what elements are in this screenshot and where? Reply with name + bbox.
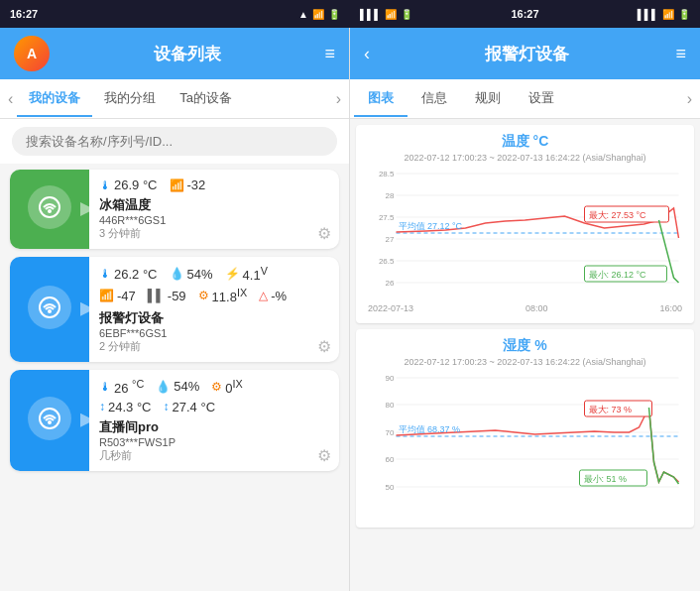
avatar: A <box>14 36 50 71</box>
location-icon: ▲ <box>298 9 308 20</box>
device-settings-2[interactable]: ⚙ <box>309 257 339 362</box>
metric-hum-value-2: 54% <box>187 267 213 282</box>
svg-text:26.5: 26.5 <box>379 257 395 266</box>
svg-text:26: 26 <box>386 279 395 288</box>
device-id-3: R503***FWS1P <box>99 436 299 448</box>
device-time-1: 3 分钟前 <box>99 226 299 241</box>
chart-title-hum: 湿度 % <box>366 337 684 355</box>
hamburger-icon-left[interactable]: ≡ <box>324 44 335 64</box>
right-panel: ‹ 报警灯设备 ≡ 图表 信息 规则 设置 › 温度 °C 2022-07-12… <box>350 28 700 591</box>
metric-gear-2: ⚙ 11.8IX <box>198 287 248 304</box>
tab-info[interactable]: 信息 <box>408 81 461 117</box>
device-name-2: 报警灯设备 <box>99 309 299 327</box>
search-input[interactable] <box>12 127 337 156</box>
metric-temp-value-1: 26.9 °C <box>114 177 158 192</box>
chart-subtitle-hum: 2022-07-12 17:00:23 ~ 2022-07-13 16:24:2… <box>366 357 684 367</box>
gear-icon-2: ⚙ <box>198 289 209 302</box>
metric-alert-2: △ -% <box>259 287 287 304</box>
metric-rssi-value-2: -47 <box>117 289 136 303</box>
tab-chart[interactable]: 图表 <box>354 81 408 117</box>
svg-text:28.5: 28.5 <box>379 170 395 178</box>
signal-icon-2: ▌▌ <box>148 289 165 302</box>
metric-temp3-3: ↕ 27.4 °C <box>164 400 216 414</box>
device-metrics-3: 🌡 26 °C 💧 54% ⚙ 0IX ↕ <box>99 378 299 414</box>
status-icons-right: ▌▌▌ 📶 🔋 <box>360 9 412 20</box>
device-metrics-1: 🌡 26.9 °C 📶 -32 <box>99 177 299 192</box>
svg-text:最小: 26.12 °C: 最小: 26.12 °C <box>589 270 647 280</box>
svg-text:最大: 73 %: 最大: 73 % <box>589 405 633 414</box>
hamburger-icon-right[interactable]: ≡ <box>675 44 686 64</box>
tab-settings[interactable]: 设置 <box>515 81 568 117</box>
back-button[interactable]: ‹ <box>364 44 370 64</box>
temp3-icon-3: ↕ <box>164 400 170 414</box>
metric-volt-value-2: 4.1V <box>243 265 268 283</box>
tab-rules[interactable]: 规则 <box>461 81 515 117</box>
svg-text:28: 28 <box>386 191 395 200</box>
metric-temp3-value-3: 27.4 °C <box>173 400 216 414</box>
metric-temp-value-2: 26.2 °C <box>114 267 158 282</box>
list-item: 🌡 26.2 °C 💧 54% ⚡ 4.1V 📶 <box>10 257 339 362</box>
right-tab-arrow[interactable]: › <box>683 90 696 108</box>
svg-text:平均值 27.12 °C: 平均值 27.12 °C <box>399 221 463 231</box>
metric-temp2-3: ↕ 24.3 °C <box>99 400 152 414</box>
main-container: A 设备列表 ≡ ‹ 我的设备 我的分组 Ta的设备 › <box>0 28 700 591</box>
battery-icon-left: 🔋 <box>328 9 340 20</box>
tab-my-groups[interactable]: 我的分组 <box>92 81 168 117</box>
thermometer-icon-2: 🌡 <box>99 267 111 281</box>
x-axis-labels-temp: 2022-07-13 08:00 16:00 <box>366 303 684 313</box>
status-bar-left: 16:27 ▲ 📶 🔋 <box>0 0 350 28</box>
metric-temp-value-3: 26 °C <box>114 378 144 396</box>
tab-my-devices[interactable]: 我的设备 <box>17 81 92 117</box>
tab-arrow-right[interactable]: › <box>332 90 345 108</box>
metric-alert-value-2: -% <box>271 289 287 303</box>
tab-ta-devices[interactable]: Ta的设备 <box>168 81 244 117</box>
metric-temp-2: 🌡 26.2 °C <box>99 265 158 283</box>
metric-gear-value-2: 11.8IX <box>212 287 248 304</box>
device-icon-circle-2 <box>28 286 71 329</box>
svg-text:60: 60 <box>386 455 395 464</box>
left-header: A 设备列表 ≡ <box>0 28 349 79</box>
settings-gear-icon-1: ⚙ <box>317 224 331 243</box>
device-id-1: 446R***6GS1 <box>99 214 299 226</box>
device-card-strip-3 <box>10 370 89 471</box>
signal-bars-icon: ▌▌▌ <box>360 9 381 20</box>
bolt-icon-2: ⚡ <box>225 267 240 281</box>
alert-icon-2: △ <box>259 289 268 302</box>
battery2-icon: 🔋 <box>678 9 690 20</box>
settings-gear-icon-3: ⚙ <box>317 446 331 465</box>
device-wifi-icon-1 <box>36 193 63 221</box>
tab-arrow-left[interactable]: ‹ <box>4 90 17 108</box>
device-icon-circle-1 <box>28 185 71 229</box>
time-right: 16:27 <box>511 8 538 20</box>
svg-text:平均值 68.37 %: 平均值 68.37 % <box>399 424 461 434</box>
svg-text:70: 70 <box>386 428 395 437</box>
metric-rssi-2: 📶 -47 <box>99 287 136 304</box>
metric-hum-value-3: 54% <box>174 379 199 394</box>
metric-temp2-value-3: 24.3 °C <box>108 400 152 414</box>
metric-gear-3: ⚙ 0IX <box>211 378 242 396</box>
device-time-3: 几秒前 <box>99 448 299 463</box>
device-settings-3[interactable]: ⚙ <box>309 370 339 471</box>
wifi-icon-left: 📶 <box>312 9 324 20</box>
metric-sig-2: ▌▌ -59 <box>148 287 186 304</box>
device-info-3: 直播间pro R503***FWS1P 几秒前 <box>99 418 299 463</box>
chart-title-temp: 温度 °C <box>366 133 684 151</box>
chart-wrapper-temp: 28.5 28 27.5 27 26.5 26 <box>366 169 684 315</box>
svg-text:27.5: 27.5 <box>379 213 395 222</box>
device-name-1: 冰箱温度 <box>99 196 299 214</box>
device-card-content-1: 🌡 26.9 °C 📶 -32 冰箱温度 446R***6GS1 3 分钟前 <box>89 170 309 249</box>
list-item: 🌡 26.9 °C 📶 -32 冰箱温度 446R***6GS1 3 分钟前 <box>10 170 339 249</box>
right-header-title: 报警灯设备 <box>378 43 675 65</box>
left-panel: A 设备列表 ≡ ‹ 我的设备 我的分组 Ta的设备 › <box>0 28 350 591</box>
svg-point-5 <box>48 420 52 424</box>
battery-icon-right: 🔋 <box>401 9 412 20</box>
svg-text:最小: 51 %: 最小: 51 % <box>584 474 628 484</box>
device-settings-1[interactable]: ⚙ <box>309 170 339 249</box>
time-left: 16:27 <box>10 8 38 20</box>
device-metrics-2: 🌡 26.2 °C 💧 54% ⚡ 4.1V 📶 <box>99 265 299 305</box>
status-bars: 16:27 ▲ 📶 🔋 ▌▌▌ 📶 🔋 16:27 ▌▌▌ 📶 🔋 <box>0 0 700 28</box>
x-label-16: 16:00 <box>659 303 682 313</box>
svg-text:80: 80 <box>386 401 395 410</box>
device-time-2: 2 分钟前 <box>99 339 299 354</box>
right-header: ‹ 报警灯设备 ≡ <box>350 28 700 79</box>
